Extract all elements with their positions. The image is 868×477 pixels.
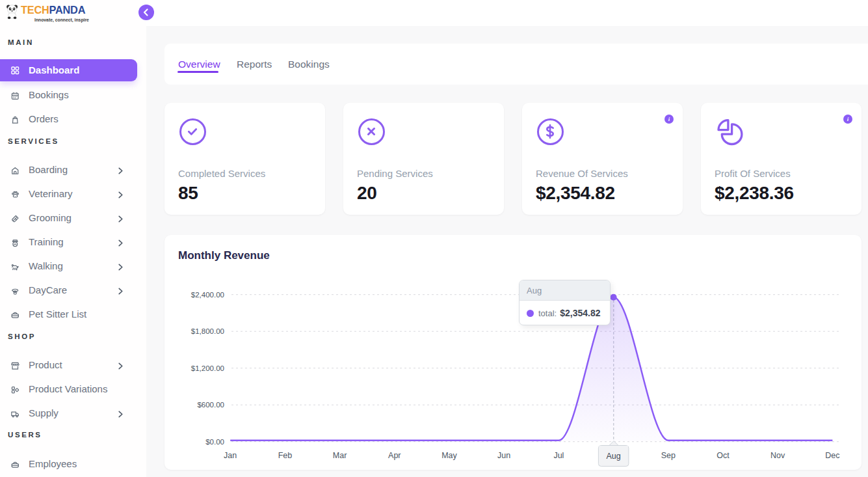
svg-text:$1,200.00: $1,200.00	[191, 364, 224, 372]
svg-text:$600.00: $600.00	[197, 401, 224, 409]
svg-text:$2,400.00: $2,400.00	[191, 291, 224, 299]
svg-text:Jun: Jun	[497, 451, 510, 460]
svg-text:Dec: Dec	[825, 451, 839, 460]
svg-text:Feb: Feb	[278, 451, 293, 460]
svg-text:$0.00: $0.00	[205, 438, 224, 446]
svg-text:Oct: Oct	[717, 451, 730, 460]
svg-text:May: May	[441, 451, 457, 460]
svg-text:Jan: Jan	[224, 451, 237, 460]
svg-text:$1,800.00: $1,800.00	[191, 327, 224, 335]
svg-text:Mar: Mar	[333, 451, 347, 460]
svg-text:Nov: Nov	[770, 451, 785, 460]
svg-text:Apr: Apr	[388, 451, 401, 460]
svg-text:Jul: Jul	[553, 451, 564, 460]
svg-text:Sep: Sep	[661, 451, 676, 460]
svg-text:Aug: Aug	[606, 452, 620, 461]
